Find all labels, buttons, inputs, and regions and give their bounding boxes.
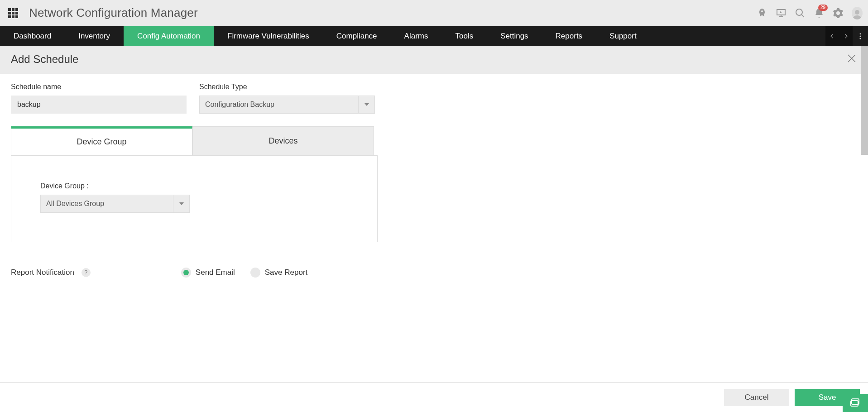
radio-save-report[interactable]: Save Report [250,268,308,278]
save-report-label: Save Report [265,268,308,277]
schedule-type-select[interactable]: Configuration Backup [199,96,375,114]
radio-dot-checked-icon [181,268,191,278]
tab-devices[interactable]: Devices [192,126,374,155]
rocket-icon[interactable] [757,8,767,19]
nav-item-inventory[interactable]: Inventory [65,26,124,46]
page-title-row: Add Schedule [0,46,868,74]
svg-point-3 [860,35,861,37]
gear-icon[interactable] [833,8,844,19]
svg-point-2 [860,33,861,34]
chevron-down-icon [358,96,374,113]
report-notification-label: Report Notification [11,268,74,277]
device-group-select[interactable]: All Devices Group [40,195,190,213]
nav-scroll-left-icon[interactable] [825,26,839,46]
header-icons: 29 [757,8,863,19]
svg-marker-7 [364,103,369,106]
nav-item-settings[interactable]: Settings [487,26,542,46]
nav-item-dashboard[interactable]: Dashboard [0,26,65,46]
svg-point-0 [796,9,802,15]
nav-scroll-right-icon[interactable] [839,26,853,46]
search-icon[interactable] [795,8,806,19]
help-icon[interactable]: ? [82,268,91,277]
svg-point-4 [860,38,861,39]
top-header: Network Configuration Manager 29 [0,0,868,26]
nav-item-compliance[interactable]: Compliance [323,26,391,46]
nav-item-config-automation[interactable]: Config Automation [124,26,214,46]
svg-marker-8 [179,202,184,205]
nav-item-reports[interactable]: Reports [542,26,596,46]
radio-dot-icon [250,268,260,278]
device-group-label: Device Group : [40,182,348,190]
page-title: Add Schedule [11,53,78,66]
close-icon[interactable] [846,53,857,66]
nav-item-firmware-vulnerabilities[interactable]: Firmware Vulnerabilities [214,26,323,46]
svg-point-1 [855,10,859,14]
tab-device-group[interactable]: Device Group [11,126,192,155]
nav-item-alarms[interactable]: Alarms [391,26,442,46]
tab-body-device-group: Device Group : All Devices Group [11,155,378,242]
schedule-name-label: Schedule name [11,83,187,91]
send-email-label: Send Email [196,268,235,277]
nav-more-icon[interactable] [853,26,868,46]
chevron-down-icon [173,195,189,212]
avatar[interactable] [852,8,863,19]
nav-item-support[interactable]: Support [596,26,650,46]
bell-icon[interactable]: 29 [814,8,825,19]
apps-grid-icon[interactable] [8,8,18,18]
radio-send-email[interactable]: Send Email [181,268,235,278]
schedule-name-input[interactable] [11,96,187,114]
presentation-icon[interactable] [776,8,786,19]
app-title: Network Configuration Manager [29,6,198,20]
schedule-type-value: Configuration Backup [205,101,274,109]
scrollbar-thumb[interactable] [861,46,868,155]
device-group-value: All Devices Group [46,200,104,208]
nav-item-tools[interactable]: Tools [441,26,487,46]
schedule-type-label: Schedule Type [199,83,375,91]
main-nav: Dashboard Inventory Config Automation Fi… [0,26,868,46]
content: Schedule name Schedule Type Configuratio… [0,74,385,296]
notification-badge: 29 [818,5,828,11]
